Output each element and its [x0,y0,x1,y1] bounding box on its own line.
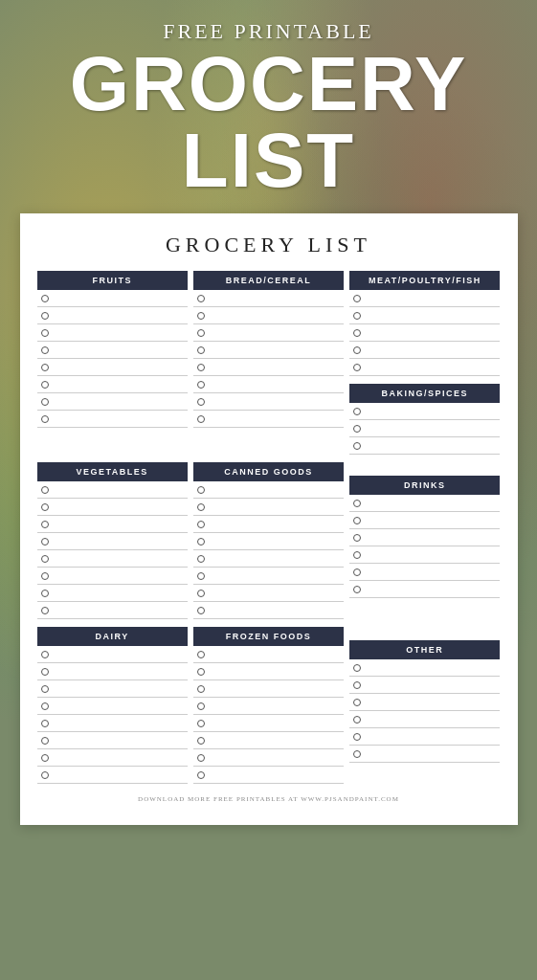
list-item [37,767,188,784]
list-item [193,602,344,619]
list-item [193,646,344,663]
list-item [193,393,344,411]
checkbox-icon [41,555,49,563]
checkbox-icon [197,295,205,302]
list-item [349,495,500,512]
list-item [349,512,500,529]
checkbox-icon [41,295,49,302]
list-item [37,732,188,749]
list-item [193,767,344,784]
list-item [349,746,500,763]
checkbox-icon [41,607,49,614]
list-item [37,698,188,715]
list-label: LIST [19,122,518,199]
meat-section: MEAT/POULTRY/FISH [349,271,500,376]
list-item [37,516,188,533]
checkbox-icon [41,312,49,320]
checkbox-icon [41,590,49,597]
checkbox-icon [41,503,49,511]
canned-goods-section: CANNED GOODS [193,462,344,619]
bread-cereal-header: BREAD/CEREAL [193,271,344,290]
dairy-header: DAIRY [37,627,188,646]
other-section: OTHER [349,640,500,763]
checkbox-icon [41,572,49,580]
list-item [193,715,344,732]
checkbox-icon [197,346,205,354]
list-item [349,437,500,455]
checkbox-icon [41,668,49,676]
checkbox-icon [353,551,361,559]
checkbox-icon [353,329,361,337]
checkbox-icon [197,521,205,528]
list-item [349,659,500,677]
checkbox-icon [197,538,205,546]
list-item [193,698,344,715]
list-item [349,359,500,376]
header: FREE PRINTABLE GROCERY LIST [19,19,518,199]
checkbox-icon [197,702,205,710]
checkbox-icon [41,737,49,745]
bread-cereal-section: BREAD/CEREAL [193,271,344,455]
meat-header: MEAT/POULTRY/FISH [349,271,500,290]
checkbox-icon [41,685,49,693]
printable-card: GROCERY LIST FRUITS BREAD/CEREAL [20,213,518,825]
list-item [193,533,344,550]
checkbox-icon [197,329,205,337]
checkbox-icon [197,737,205,745]
list-item [193,585,344,602]
checkbox-icon [197,668,205,676]
checkbox-icon [197,415,205,423]
list-item [37,393,188,411]
fruits-header: FRUITS [37,271,188,290]
checkbox-icon [41,754,49,762]
list-item [193,550,344,568]
list-item [349,694,500,711]
list-item [37,342,188,359]
list-item [349,581,500,598]
list-item [37,585,188,602]
baking-header: BAKING/SPICES [349,384,500,403]
list-item [349,420,500,437]
checkbox-icon [353,586,361,593]
list-item [193,499,344,516]
checkbox-icon [353,517,361,524]
grocery-label: GROCERY [19,46,518,122]
right-col-1: MEAT/POULTRY/FISH BAKING/SPICES [349,271,500,455]
checkbox-icon [353,408,361,415]
checkbox-icon [353,346,361,354]
checkbox-icon [41,651,49,658]
checkbox-icon [197,607,205,614]
checkbox-icon [197,572,205,580]
list-item [193,290,344,307]
checkbox-icon [197,651,205,658]
list-item [37,307,188,324]
frozen-foods-header: FROZEN FOODS [193,627,344,646]
canned-goods-header: CANNED GOODS [193,462,344,481]
list-item [193,749,344,767]
list-item [37,715,188,732]
checkbox-icon [197,312,205,320]
checkbox-icon [41,720,49,727]
list-item [349,290,500,307]
list-item [193,376,344,393]
list-item [349,711,500,728]
bot-row: DAIRY FROZEN FOODS [37,627,501,784]
checkbox-icon [353,733,361,741]
checkbox-icon [41,329,49,337]
checkbox-icon [353,500,361,507]
checkbox-icon [41,771,49,779]
checkbox-icon [197,381,205,389]
checkbox-icon [41,364,49,371]
vegetables-section: VEGETABLES [37,462,188,619]
list-item [193,342,344,359]
frozen-foods-section: FROZEN FOODS [193,627,344,784]
right-col-3: OTHER [349,627,500,784]
checkbox-icon [41,486,49,494]
checkbox-icon [197,486,205,494]
vegetables-header: VEGETABLES [37,462,188,481]
list-item [37,749,188,767]
list-item [37,550,188,568]
checkbox-icon [197,771,205,779]
list-item [349,324,500,342]
list-item [37,568,188,585]
